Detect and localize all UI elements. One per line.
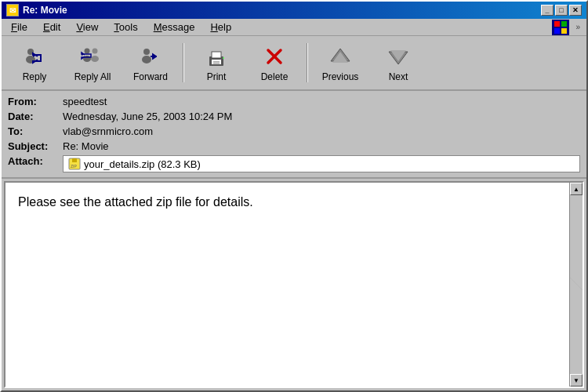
title-bar-controls: _ □ ✕	[541, 5, 582, 16]
title-bar-left: ✉ Re: Movie	[6, 4, 67, 16]
svg-point-9	[93, 48, 98, 53]
scroll-down-icon: ▼	[573, 377, 579, 384]
next-label: Next	[389, 71, 408, 82]
close-button[interactable]: ✕	[569, 5, 582, 16]
menu-view[interactable]: View	[70, 20, 104, 34]
subject-row: Subject: Re: Movie	[8, 139, 580, 154]
delete-button[interactable]: Delete	[246, 39, 303, 86]
scroll-down-button[interactable]: ▼	[570, 374, 583, 387]
menu-file[interactable]: File	[5, 20, 34, 34]
svg-rect-1	[561, 21, 567, 27]
svg-rect-20	[223, 57, 224, 59]
from-row: From: speedtest	[8, 94, 580, 109]
email-headers: From: speedtest Date: Wednesday, June 25…	[2, 91, 586, 179]
windows-logo	[552, 20, 569, 35]
scrollbar: ▲ ▼	[569, 183, 583, 387]
window-title: Re: Movie	[23, 5, 67, 16]
delete-icon	[260, 44, 289, 69]
subject-label: Subject:	[8, 140, 63, 152]
next-icon	[384, 44, 412, 69]
print-label: Print	[207, 71, 227, 82]
forward-icon	[136, 44, 165, 69]
reply-icon	[20, 44, 49, 69]
menu-help[interactable]: Help	[204, 20, 238, 34]
email-body-wrapper: Please see the attached zip file for det…	[2, 179, 586, 390]
toolbar-sep-2	[307, 43, 308, 82]
print-button[interactable]: Print	[188, 39, 245, 86]
reply-button[interactable]: Reply	[6, 39, 63, 86]
zip-icon: ZIP	[68, 158, 81, 170]
attach-label: Attach:	[8, 155, 63, 167]
previous-button[interactable]: Previous	[312, 39, 368, 86]
reply-label: Reply	[23, 71, 47, 82]
to-row: To: vlab@srnmicro.com	[8, 124, 580, 139]
attach-row: Attach: ZIP your_details.zip (82.3 KB)	[8, 154, 580, 174]
toolbar-expand[interactable]: »	[572, 21, 583, 33]
window-icon: ✉	[6, 4, 19, 16]
svg-rect-19	[213, 63, 220, 64]
next-button[interactable]: Next	[370, 39, 426, 86]
previous-label: Previous	[322, 71, 359, 82]
date-value: Wednesday, June 25, 2003 10:24 PM	[63, 111, 580, 122]
forward-button[interactable]: Forward	[122, 39, 179, 86]
title-bar: ✉ Re: Movie _ □ ✕	[2, 2, 586, 19]
svg-rect-16	[212, 52, 221, 58]
delete-label: Delete	[261, 71, 289, 82]
to-value: vlab@srnmicro.com	[63, 125, 580, 137]
to-label: To:	[8, 125, 63, 137]
svg-point-12	[143, 49, 150, 55]
reply-all-icon	[78, 44, 107, 69]
svg-point-10	[91, 56, 99, 62]
svg-rect-2	[554, 28, 560, 34]
svg-rect-18	[213, 61, 220, 63]
toolbar-sep-1	[183, 43, 184, 82]
svg-text:ZIP: ZIP	[71, 164, 77, 169]
maximize-button[interactable]: □	[555, 5, 568, 16]
email-window: ✉ Re: Movie _ □ ✕ File Edit View Tools M…	[0, 0, 588, 392]
from-label: From:	[8, 96, 63, 107]
scroll-up-icon: ▲	[573, 186, 579, 193]
scroll-track	[570, 195, 583, 374]
reply-all-label: Reply All	[74, 71, 111, 82]
svg-rect-0	[554, 21, 560, 27]
date-row: Date: Wednesday, June 25, 2003 10:24 PM	[8, 109, 580, 124]
scroll-up-button[interactable]: ▲	[570, 183, 583, 195]
minimize-button[interactable]: _	[541, 5, 554, 16]
svg-point-7	[85, 48, 90, 53]
svg-point-13	[142, 56, 151, 64]
svg-rect-28	[72, 158, 77, 162]
menu-bar: File Edit View Tools Message Help »	[2, 19, 586, 36]
previous-icon	[326, 44, 354, 69]
date-label: Date:	[8, 111, 63, 122]
toolbar: Reply Reply All	[2, 36, 586, 91]
attachment-filename: your_details.zip (82.3 KB)	[84, 158, 201, 170]
email-body-text: Please see the attached zip file for det…	[18, 195, 253, 209]
print-icon	[202, 44, 230, 69]
svg-rect-3	[561, 28, 567, 34]
menu-tools[interactable]: Tools	[107, 20, 143, 34]
from-value: speedtest	[63, 96, 580, 107]
email-body: Please see the attached zip file for det…	[5, 183, 569, 387]
menu-edit[interactable]: Edit	[37, 20, 67, 34]
attachment-box[interactable]: ZIP your_details.zip (82.3 KB)	[63, 155, 580, 172]
menu-message[interactable]: Message	[147, 20, 201, 34]
subject-value: Re: Movie	[63, 140, 580, 152]
reply-all-button[interactable]: Reply All	[64, 39, 121, 86]
forward-label: Forward	[133, 71, 168, 82]
